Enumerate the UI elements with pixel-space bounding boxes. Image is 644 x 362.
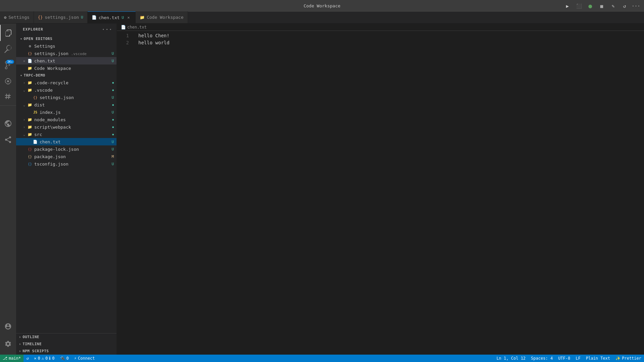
activity-bar-bottom	[0, 318, 16, 355]
status-errors[interactable]: ✕ 0 ⚠ 0 ℹ 0	[31, 355, 57, 362]
code-recycle-label: .code-recycle	[34, 80, 112, 85]
settings-file-label: Settings	[34, 44, 117, 49]
tsconfig-label: tsconfig.json	[34, 162, 111, 167]
list-item[interactable]: 📁 Code Workspace	[16, 64, 117, 72]
code-line-2-text: hello world	[138, 39, 170, 46]
list-item[interactable]: {} settings.json .vscode U	[16, 50, 117, 57]
list-item[interactable]: › 📁 .code-recycle ●	[16, 79, 117, 86]
activity-extensions[interactable]	[0, 89, 16, 105]
src-folder-icon: 📁	[27, 131, 33, 137]
list-item[interactable]: › 📁 script\webpack ●	[16, 123, 117, 131]
status-bar: ⎇ main* ↺ ✕ 0 ⚠ 0 ℹ 0 🔌 0 ⚡ Connect Ln 1…	[0, 355, 644, 362]
activity-run-debug[interactable]	[0, 73, 16, 89]
trpc-demo-arrow: ▾	[20, 74, 22, 77]
outline-arrow: ›	[19, 335, 21, 339]
activity-live-share[interactable]	[0, 132, 16, 148]
status-branch[interactable]: ⎇ main*	[0, 355, 24, 362]
status-prettier[interactable]: ✨ Prettier	[613, 355, 644, 362]
remote-button[interactable]: ↺	[620, 1, 629, 11]
status-spaces[interactable]: Spaces: 4	[528, 355, 555, 362]
dist-badge: ●	[112, 103, 117, 106]
activity-account[interactable]	[0, 318, 16, 334]
list-item[interactable]: {} settings.json U	[16, 94, 117, 101]
tab-settings-json[interactable]: {} settings.json U	[34, 11, 88, 23]
status-remote[interactable]: ⚡ Connect	[72, 355, 98, 362]
status-encoding[interactable]: UTF-8	[555, 355, 573, 362]
status-language[interactable]: Plain Text	[583, 355, 613, 362]
status-port[interactable]: 🔌 0	[57, 355, 72, 362]
package-lock-icon: {}	[27, 146, 33, 152]
status-sync[interactable]: ↺	[24, 355, 31, 362]
open-editors-section[interactable]: ▾ OPEN EDITORS	[16, 35, 117, 42]
src-badge: ●	[112, 133, 117, 136]
workspace-label: Code Workspace	[34, 66, 117, 71]
timeline-section[interactable]: › TIMELINE	[16, 341, 117, 348]
breadcrumb-icon: 📄	[121, 25, 126, 30]
customize-button[interactable]: ✎	[608, 1, 618, 11]
trpc-demo-section[interactable]: ▾ TRPC-DEMO	[16, 72, 117, 79]
list-item[interactable]: ⌄ 📁 .vscode ●	[16, 86, 117, 94]
close-icon[interactable]: ✕	[21, 59, 27, 63]
line-numbers: 1 2	[117, 31, 133, 355]
activity-source-control[interactable]: 3K+	[0, 57, 16, 73]
list-item[interactable]: {} tsconfig.json U	[16, 160, 117, 168]
package-json-badge: M	[111, 154, 117, 159]
npm-scripts-section[interactable]: › NPM SCRIPTS	[16, 348, 117, 355]
status-line-ending[interactable]: LF	[573, 355, 583, 362]
tab-code-workspace[interactable]: 📁 Code Workspace	[136, 11, 188, 23]
list-item[interactable]: ⌄ 📁 dist ●	[16, 101, 117, 108]
sidebar-title-text: EXPLORER	[23, 27, 43, 32]
code-line-1: hello Chen!	[138, 32, 644, 39]
code-content[interactable]: hello Chen! hello world	[133, 31, 644, 355]
list-item[interactable]: 📄 chen.txt U	[16, 138, 117, 145]
status-position[interactable]: Ln 1, Col 12	[494, 355, 528, 362]
settings-json-file-label: settings.json .vscode	[34, 51, 111, 56]
title-bar: Code Workspace ▶ ⬛ ● ▦ ✎ ↺ ···	[0, 0, 644, 12]
list-item[interactable]: {} package-lock.json U	[16, 145, 117, 153]
prettier-text: Prettier	[622, 356, 641, 361]
chen-txt-src-badge: U	[111, 140, 117, 144]
status-right: Ln 1, Col 12 Spaces: 4 UTF-8 LF Plain Te…	[494, 355, 644, 362]
outline-section[interactable]: › OUTLINE	[16, 333, 117, 341]
tab-settings[interactable]: ⚙ Settings	[0, 11, 34, 23]
title-bar-title: Code Workspace	[304, 3, 340, 8]
layout-button[interactable]: ▦	[597, 1, 606, 11]
debug-layout-button[interactable]: ⬛	[574, 1, 584, 11]
open-editors-arrow: ▾	[20, 37, 22, 41]
list-item[interactable]: JS index.js U	[16, 108, 117, 116]
info-icon: ℹ	[49, 356, 51, 361]
line-number-1: 1	[117, 32, 129, 39]
run-button[interactable]: ▶	[563, 1, 572, 11]
node-modules-label: node_modules	[34, 117, 112, 122]
activity-remote[interactable]	[0, 116, 16, 132]
code-editor[interactable]: 1 2 hello Chen! hello world	[117, 31, 644, 355]
list-item[interactable]: ⌄ 📁 src ●	[16, 131, 117, 138]
error-icon: ✕	[34, 356, 36, 361]
code-recycle-arrow: ›	[21, 80, 27, 85]
sidebar-more-button[interactable]: ···	[102, 26, 112, 33]
list-item[interactable]: › 📁 node_modules ●	[16, 116, 117, 123]
profile-button[interactable]: ●	[586, 1, 595, 11]
source-control-badge: 3K+	[6, 60, 14, 64]
list-item[interactable]: ⚙ Settings	[16, 42, 117, 50]
chen-txt-close-button[interactable]: ✕	[126, 15, 131, 20]
chen-txt-file-icon: 📄	[27, 58, 33, 64]
vscode-folder-label: .vscode	[34, 88, 112, 93]
more-button[interactable]: ···	[631, 1, 641, 11]
remote-label: Connect	[78, 356, 95, 361]
sync-icon: ↺	[26, 356, 29, 361]
webpack-arrow: ›	[21, 124, 27, 130]
sidebar-bottom: › OUTLINE › TIMELINE › NPM SCRIPTS	[16, 333, 117, 355]
timeline-arrow: ›	[19, 342, 21, 346]
sidebar: EXPLORER ··· ▾ OPEN EDITORS ⚙ Settings	[16, 24, 117, 355]
node-modules-arrow: ›	[21, 117, 27, 122]
file-tree: ▾ OPEN EDITORS ⚙ Settings {} settings.js…	[16, 35, 117, 333]
list-item[interactable]: {} package.json M	[16, 153, 117, 160]
tab-code-workspace-label: Code Workspace	[147, 15, 184, 20]
list-item[interactable]: ✕ 📄 chen.txt U	[16, 57, 117, 64]
activity-explorer[interactable]	[0, 25, 16, 41]
activity-search[interactable]	[0, 41, 16, 57]
activity-manage[interactable]	[0, 336, 16, 352]
tab-chen-txt[interactable]: 📄 chen.txt U ✕	[88, 11, 136, 23]
trpc-demo-label: TRPC-DEMO	[24, 73, 45, 78]
